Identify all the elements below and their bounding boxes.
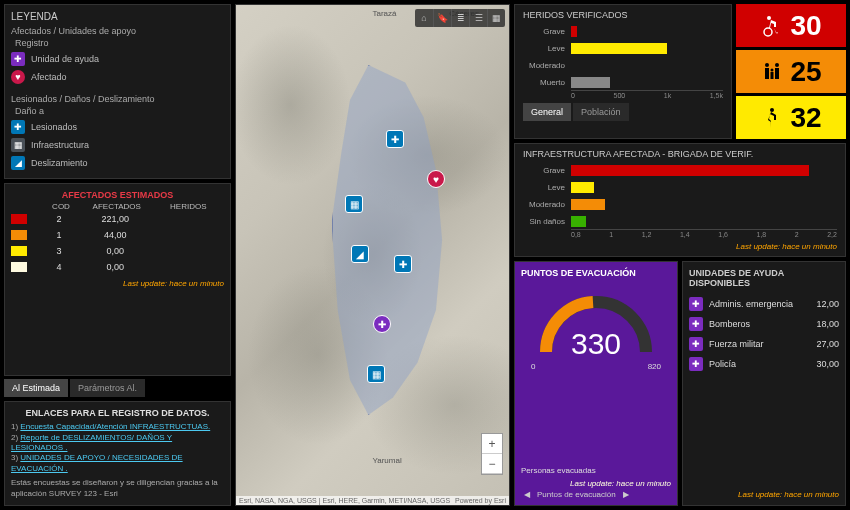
unit-icon: ✚ bbox=[689, 297, 703, 311]
map-label: Tarazá bbox=[373, 9, 397, 18]
flag-icon bbox=[11, 214, 27, 224]
bar-fill bbox=[571, 182, 594, 193]
group2-sub: Daño a bbox=[15, 106, 224, 116]
legend-item: ✚Lesionados bbox=[11, 118, 224, 136]
gauge-sublabel: Personas evacuadas bbox=[521, 466, 671, 475]
table-row: 144,00 bbox=[11, 227, 224, 243]
bar-row: Moderado bbox=[523, 199, 837, 210]
map-zoom: + − bbox=[481, 433, 503, 475]
svg-point-1 bbox=[764, 28, 772, 36]
landslide-icon: ◢ bbox=[11, 156, 25, 170]
bar-label: Grave bbox=[523, 27, 565, 36]
est-tabs: Al Estimada Parámetros Al. bbox=[4, 379, 231, 397]
links-title: ENLACES PARA EL REGISTRO DE DATOS. bbox=[11, 408, 224, 418]
unit-row: ✚Fuerza militar27,00 bbox=[689, 334, 839, 354]
chart-title: INFRAESTRUCTURA AFECTADA - Brigada de ve… bbox=[523, 149, 837, 159]
svg-point-4 bbox=[771, 68, 774, 71]
legend-icon[interactable]: ☰ bbox=[469, 9, 487, 27]
link-unidades[interactable]: UNIDADES DE APOYO / NECESIDADES DE EVACU… bbox=[11, 453, 183, 472]
links-panel: ENLACES PARA EL REGISTRO DE DATOS. 1) En… bbox=[4, 401, 231, 506]
tab-poblacion[interactable]: Población bbox=[573, 103, 629, 121]
next-button[interactable]: ▶ bbox=[620, 490, 632, 499]
chart-title: HERIDOS VERIFICADOS bbox=[523, 10, 723, 20]
injured-icon: ✚ bbox=[11, 120, 25, 134]
unit-icon: ✚ bbox=[11, 52, 25, 66]
bar-label: Muerto bbox=[523, 78, 565, 87]
group1-sub: Registro bbox=[15, 38, 224, 48]
unit-row: ✚Bomberos18,00 bbox=[689, 314, 839, 334]
links-note: Estás encuestas se diseñaron y se dilige… bbox=[11, 478, 224, 499]
map-pin[interactable]: ▦ bbox=[345, 195, 363, 213]
bar-label: Leve bbox=[523, 183, 565, 192]
svg-point-2 bbox=[765, 63, 769, 67]
stat-cards: 30 25 32 bbox=[736, 4, 846, 139]
legend-panel: LEYENDA Afectados / Unidades de apoyo Re… bbox=[4, 4, 231, 179]
unit-icon: ✚ bbox=[689, 357, 703, 371]
flag-icon bbox=[11, 246, 27, 256]
stat-injured: 30 bbox=[736, 4, 846, 47]
map-label: Yarumal bbox=[373, 456, 402, 465]
family-icon bbox=[760, 60, 784, 84]
stat-families: 25 bbox=[736, 50, 846, 93]
flag-icon bbox=[11, 230, 27, 240]
table-row: 30,00 bbox=[11, 243, 224, 259]
unit-row: ✚Policía30,00 bbox=[689, 354, 839, 374]
map-pin[interactable]: ▦ bbox=[367, 365, 385, 383]
bar-row: Moderado bbox=[523, 60, 723, 71]
heart-icon: ♥ bbox=[11, 70, 25, 84]
map-pin-injured[interactable]: ✚ bbox=[386, 130, 404, 148]
gauge-title: PUNTOS DE EVACUACIÓN bbox=[521, 268, 671, 278]
bar-row: Grave bbox=[523, 165, 837, 176]
bar-row: Muerto bbox=[523, 77, 723, 88]
unit-icon: ✚ bbox=[689, 317, 703, 331]
heridos-chart: HERIDOS VERIFICADOS GraveLeveModeradoMue… bbox=[514, 4, 732, 139]
group1-title: Afectados / Unidades de apoyo bbox=[11, 26, 224, 36]
legend-item: ◢Deslizamiento bbox=[11, 154, 224, 172]
update-text: Last update: hace un minuto bbox=[11, 279, 224, 288]
link-encuesta[interactable]: Encuesta Capacidad/Atención INFRAESTRUCT… bbox=[20, 422, 210, 431]
infra-chart: INFRAESTRUCTURA AFECTADA - Brigada de ve… bbox=[514, 143, 846, 257]
map-toolbar: ⌂ 🔖 ≣ ☰ ▦ bbox=[415, 9, 505, 27]
bar-row: Grave bbox=[523, 26, 723, 37]
bar-fill bbox=[571, 216, 586, 227]
update-text: Last update: hace un minuto bbox=[523, 242, 837, 251]
walking-icon bbox=[760, 106, 784, 130]
layers-icon[interactable]: ≣ bbox=[451, 9, 469, 27]
tab-estimada[interactable]: Al Estimada bbox=[4, 379, 68, 397]
unit-row: ✚Adminis. emergencia12,00 bbox=[689, 294, 839, 314]
link-reporte[interactable]: Reporte de DESLIZAMIENTOS/ DAÑOS Y LESIO… bbox=[11, 433, 172, 452]
bar-fill bbox=[571, 77, 610, 88]
bar-label: Moderado bbox=[523, 200, 565, 209]
zoom-in-button[interactable]: + bbox=[482, 434, 502, 454]
update-text: Last update: hace un minuto bbox=[521, 479, 671, 488]
tab-parametros[interactable]: Parámetros Al. bbox=[70, 379, 145, 397]
tab-general[interactable]: General bbox=[523, 103, 571, 121]
stat-walking: 32 bbox=[736, 96, 846, 139]
map-pin-landslide[interactable]: ◢ bbox=[351, 245, 369, 263]
map-canvas[interactable]: Tarazá Cáceres Yarumal ⌂ 🔖 ≣ ☰ ▦ ✚ ♥ ▦ ◢… bbox=[235, 4, 510, 506]
prev-button[interactable]: ◀ bbox=[521, 490, 533, 499]
flag-icon bbox=[11, 262, 27, 272]
bar-label: Moderado bbox=[523, 61, 565, 70]
estimados-header: CODAFECTADOSHERIDOS bbox=[11, 202, 224, 211]
map-pin-affected[interactable]: ♥ bbox=[427, 170, 445, 188]
map-pin-injured[interactable]: ✚ bbox=[394, 255, 412, 273]
estimados-title: AFECTADOS ESTIMADOS bbox=[11, 190, 224, 200]
home-icon[interactable]: ⌂ bbox=[415, 9, 433, 27]
map-attribution: Esri, NASA, NGA, USGS | Esri, HERE, Garm… bbox=[236, 496, 509, 505]
building-icon: ▦ bbox=[11, 138, 25, 152]
svg-point-3 bbox=[775, 63, 779, 67]
bar-row: Leve bbox=[523, 43, 723, 54]
bar-fill bbox=[571, 165, 809, 176]
update-text: Last update: hace un minuto bbox=[689, 490, 839, 499]
map-pin-unit[interactable]: ✚ bbox=[373, 315, 391, 333]
bar-label: Sin daños bbox=[523, 217, 565, 226]
basemap-icon[interactable]: ▦ bbox=[487, 9, 505, 27]
bar-row: Leve bbox=[523, 182, 837, 193]
legend-item: ♥Afectado bbox=[11, 68, 224, 86]
zoom-out-button[interactable]: − bbox=[482, 454, 502, 474]
bar-fill bbox=[571, 43, 667, 54]
bar-row: Sin daños bbox=[523, 216, 837, 227]
estimados-panel: AFECTADOS ESTIMADOS CODAFECTADOSHERIDOS … bbox=[4, 183, 231, 376]
bookmark-icon[interactable]: 🔖 bbox=[433, 9, 451, 27]
